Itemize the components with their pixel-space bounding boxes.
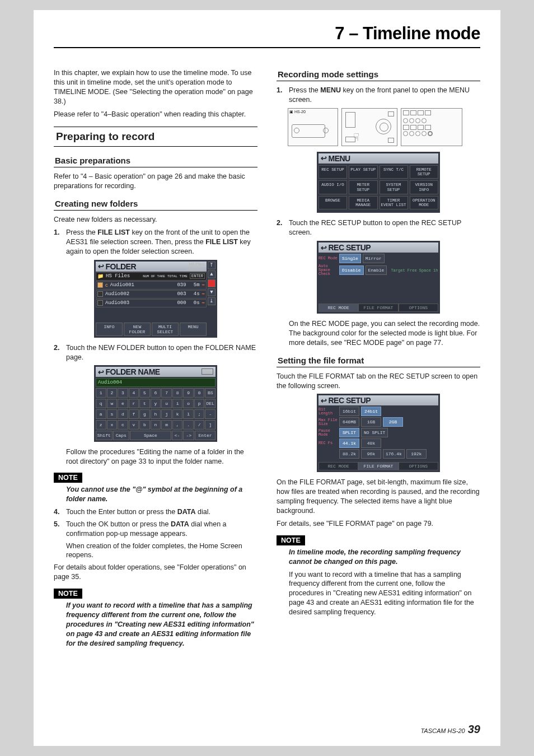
scroll-down-icon: ▼ — [208, 288, 216, 296]
scroll-bottom-icon: ⤓ — [208, 297, 216, 305]
back-icon: ↩ — [321, 154, 327, 162]
note-label: NOTE — [277, 535, 305, 545]
step-4: 4. Touch the Enter button or press the D… — [54, 507, 257, 517]
intro-paragraph-2: Please refer to "4–Basic operation" when… — [54, 110, 257, 119]
after-keyboard-text: Follow the procedures "Editing the name … — [66, 447, 257, 466]
folder-screen: ↩FOLDER HS Files Audio001 📁HS Files NUM … — [94, 260, 217, 338]
heading-preparing-to-record: Preparing to record — [54, 127, 257, 147]
scroll-indicator — [208, 279, 216, 287]
file-format-screen: ↩REC SETUP Bit Length16bit24bitMax File … — [317, 394, 440, 472]
file-format-after-2: For details, see "FILE FORMAT page" on p… — [277, 519, 480, 529]
note-text-1: You cannot use the "@" symbol at the beg… — [66, 485, 257, 504]
heading-setting-file-format: Setting the file format — [277, 354, 480, 367]
basic-prep-text: Refer to "4 – Basic operation" on page 2… — [54, 172, 257, 191]
finger-icon: ☟ — [353, 131, 359, 143]
scroll-top-icon: ⤒ — [208, 262, 216, 269]
back-icon: ↩ — [321, 396, 327, 405]
rec-step-2: 2.Touch the REC SETUP button to open the… — [277, 218, 480, 237]
step-5-after: When creation of the folder completes, t… — [66, 542, 257, 561]
step-2: 2.Touch the NEW FOLDER button to open th… — [54, 343, 257, 362]
scroll-up-icon: ▲ — [208, 270, 216, 278]
note-text-3b: If you want to record with a timeline th… — [289, 570, 480, 617]
jog-dial-icon — [376, 119, 391, 134]
intro-paragraph-1: In this chapter, we explain how to use t… — [54, 68, 257, 106]
back-icon: ↩ — [321, 244, 327, 252]
after-steps-text: For details about folder operations, see… — [54, 563, 257, 582]
chapter-title: 7 – Timeline mode — [54, 24, 480, 48]
hardware-diagram: ▣ HS-20 ☟ — [288, 108, 480, 146]
folder-name-screen: ↩FOLDER NAME Date Audio004 1234567890BSq… — [94, 365, 217, 442]
rec-step-1: 1. Press the MENU key on the front panel… — [277, 86, 480, 105]
menu-screen: ↩MENU REC SETUPPLAY SETUPSYNC T/CREMOTE … — [317, 152, 440, 213]
heading-creating-new-folders: Creating new folders — [54, 198, 257, 211]
back-icon: ↩ — [98, 262, 104, 270]
file-format-after-1: On the FILE FORMAT page, set bit-length,… — [277, 478, 480, 516]
rec-after-text: On the REC MODE page, you can select the… — [289, 319, 480, 348]
heading-recording-mode-settings: Recording mode settings — [277, 68, 480, 81]
note-text-3a: In timeline mode, the recording sampling… — [289, 548, 480, 567]
page-footer: TASCAM HS-20 39 — [420, 723, 480, 736]
back-icon: ↩ — [98, 368, 104, 376]
note-text-2: If you want to record with a timeline th… — [66, 601, 257, 648]
step-1: 1. Press the FILE LIST key on the front … — [54, 228, 257, 256]
step-5: 5. Touch the OK button or press the DATA… — [54, 520, 257, 539]
create-folders-text: Create new folders as necessary. — [54, 215, 257, 225]
left-column: In this chapter, we explain how to use t… — [54, 68, 257, 651]
note-label: NOTE — [54, 473, 82, 483]
note-label: NOTE — [54, 589, 82, 599]
file-format-intro: Touch the FILE FORMAT tab on the REC SET… — [277, 372, 480, 391]
right-column: Recording mode settings 1. Press the MEN… — [277, 68, 480, 651]
rec-setup-screen: ↩REC SETUP REC ModeSingleMirrorAuto Spac… — [317, 241, 440, 314]
heading-basic-preparations: Basic preparations — [54, 155, 257, 167]
